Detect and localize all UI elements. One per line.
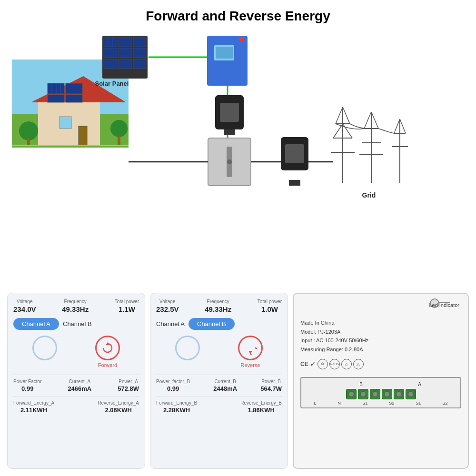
empty-circle-b <box>175 336 200 360</box>
power-a-value: 572.8W <box>118 385 139 392</box>
model: Model: PJ-1203A <box>300 327 461 337</box>
pf-a-value: 0.99 <box>21 385 33 392</box>
terminal-B-S2 <box>382 389 392 399</box>
svg-text:Solar Panel: Solar Panel <box>95 80 129 87</box>
svg-rect-27 <box>119 59 132 69</box>
input: Input : AC 100-240V 50/60Hz <box>300 336 461 345</box>
label-N: N <box>338 401 341 406</box>
terminal-A-S1 <box>394 389 404 399</box>
channel-b-empty-icon <box>175 336 200 368</box>
svg-rect-33 <box>214 45 234 60</box>
frequency-a: Frequency 49.33Hz <box>62 299 89 313</box>
total-power-b-value: 1.0W <box>261 305 278 313</box>
svg-line-55 <box>336 107 343 124</box>
channel-a-button-active[interactable]: Channel A <box>13 318 59 330</box>
svg-rect-26 <box>104 59 117 69</box>
svg-point-43 <box>227 159 232 164</box>
reverse-energy-a-label: Reverse_Energy_A <box>98 400 139 406</box>
svg-line-69 <box>400 119 406 133</box>
channel-b-button-inactive-left[interactable]: Channel B <box>63 320 92 327</box>
svg-point-14 <box>19 121 38 140</box>
empty-circle-a <box>32 336 57 360</box>
terminal-B-S2-screw <box>384 391 390 397</box>
svg-point-16 <box>110 120 128 137</box>
led-indicator-label: Led Indicator <box>429 302 459 308</box>
svg-rect-32 <box>207 36 248 86</box>
voltage-a-label: Voltage <box>17 299 32 304</box>
svg-rect-41 <box>208 138 251 186</box>
bottom-stats-row-b: Power_factor_B 0.99 Current_B 2448mA Pow… <box>156 375 282 392</box>
voltage-a: Voltage 234.0V <box>13 299 36 313</box>
forward-energy-a: Forward_Energy_A 2.11KWH <box>13 400 54 414</box>
energy-stats-row-a: Forward_Energy_A 2.11KWH Reverse_Energy_… <box>13 396 139 414</box>
bottom-stats-row-a: Power Factor 0.99 Current_A 2466mA Power… <box>13 375 139 392</box>
page-title: Forward and Reverse Energy <box>0 0 476 29</box>
svg-line-64 <box>371 112 378 129</box>
svg-text:Grid: Grid <box>362 191 376 199</box>
svg-rect-19 <box>102 36 148 79</box>
current-a-label: Current_A <box>69 379 91 384</box>
frequency-b-value: 49.33Hz <box>205 305 231 313</box>
svg-rect-21 <box>119 37 132 47</box>
pf-a-label: Power Factor <box>13 379 41 384</box>
label-S2-a: S2 <box>442 401 447 406</box>
terminal-group-b: B <box>359 382 363 387</box>
device-info-panel: Led Indicator Made In China Model: PJ-12… <box>293 293 469 469</box>
svg-rect-3 <box>38 102 100 145</box>
svg-marker-72 <box>248 351 252 354</box>
channel-a-empty-icon <box>32 336 57 368</box>
label-L: L <box>314 401 317 406</box>
label-S1-b: S1 <box>362 401 367 406</box>
svg-rect-24 <box>119 48 132 58</box>
svg-rect-1 <box>12 60 129 102</box>
terminal-block: B A <box>300 377 461 408</box>
channel-a-button-inactive-right[interactable]: Channel A <box>156 320 185 327</box>
svg-rect-15 <box>27 138 30 145</box>
pf-b-label: Power_factor_B <box>156 379 190 384</box>
terminal-L-screw <box>348 391 354 397</box>
svg-line-68 <box>394 119 400 133</box>
terminal-group-a: A <box>418 382 421 387</box>
svg-rect-46 <box>281 137 308 170</box>
voltage-b-label: Voltage <box>159 299 175 304</box>
house-mark: ⌂ <box>341 359 352 369</box>
power-a-label: Power_A <box>119 379 138 384</box>
data-section: Voltage 234.0V Frequency 49.33Hz Total p… <box>0 293 476 476</box>
stats-row-b-top: Voltage 232.5V Frequency 49.33Hz Total p… <box>156 299 282 313</box>
svg-line-63 <box>364 112 371 129</box>
reverse-energy-b-value: 1.86KWH <box>248 407 274 414</box>
svg-rect-28 <box>133 59 146 69</box>
svg-rect-12 <box>60 117 71 129</box>
svg-rect-13 <box>79 126 87 145</box>
reverse-label-b: Reverse <box>241 362 260 368</box>
svg-rect-17 <box>118 136 120 145</box>
svg-rect-39 <box>224 129 235 135</box>
svg-rect-8 <box>66 95 82 102</box>
total-power-a-value: 1.1W <box>119 305 135 313</box>
reverse-energy-a-value: 2.06KWH <box>105 407 131 414</box>
svg-rect-42 <box>227 147 232 177</box>
terminal-L <box>346 389 357 399</box>
svg-rect-23 <box>104 48 117 58</box>
svg-rect-48 <box>289 180 300 186</box>
current-b-value: 2448mA <box>213 385 237 392</box>
direction-icons-a: Forward <box>13 336 139 368</box>
cert-marks: CE ✓ ♻ RoHS ⌂ △ <box>300 359 461 369</box>
svg-rect-2 <box>12 114 129 148</box>
svg-rect-47 <box>285 144 304 163</box>
terminal-A-S2-screw <box>408 391 414 397</box>
svg-rect-38 <box>220 103 239 122</box>
svg-rect-6 <box>66 83 82 94</box>
channel-buttons-b: Channel A Channel B <box>156 318 282 330</box>
pf-a: Power Factor 0.99 <box>13 379 41 392</box>
svg-point-34 <box>239 37 244 41</box>
terminal-N <box>358 389 368 399</box>
frequency-a-value: 49.33Hz <box>62 305 89 313</box>
terminal-pin-labels: L N S1 S2 S1 S2 <box>303 401 458 406</box>
channel-b-reverse-icon: Reverse <box>238 336 263 368</box>
svg-line-56 <box>343 107 350 124</box>
channel-b-button-active[interactable]: Channel B <box>188 318 235 330</box>
svg-rect-0 <box>12 60 129 148</box>
power-a: Power_A 572.8W <box>118 379 139 392</box>
channel-buttons-a: Channel A Channel B <box>13 318 139 330</box>
